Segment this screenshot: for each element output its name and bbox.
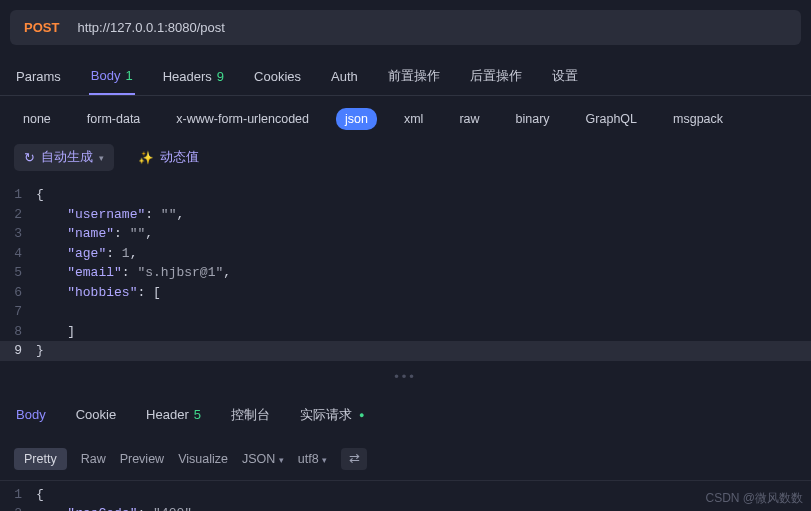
dynamic-value-button[interactable]: ✨ 动态值 (128, 144, 209, 171)
code-content: "age": 1, (36, 244, 137, 264)
code-content: "name": "", (36, 224, 153, 244)
encoding-selector[interactable]: utf8 ▾ (298, 452, 327, 466)
tab-params[interactable]: Params (14, 61, 63, 94)
resp-tab-header-label: Header (146, 407, 189, 422)
line-number: 5 (0, 263, 36, 283)
request-body-editor[interactable]: 1{2 "username": "",3 "name": "",4 "age":… (0, 181, 811, 365)
tab-cookies[interactable]: Cookies (252, 61, 303, 94)
code-line[interactable]: 1{ (0, 185, 811, 205)
tab-body[interactable]: Body 1 (89, 60, 135, 95)
format-code-button[interactable]: ⇄ (341, 448, 367, 470)
code-line[interactable]: 3 "name": "", (0, 224, 811, 244)
url-bar: POST http://127.0.0.1:8080/post (10, 10, 801, 45)
view-preview-button[interactable]: Preview (120, 452, 164, 466)
body-type-tabs: none form-data x-www-form-urlencoded jso… (0, 96, 811, 136)
body-type-msgpack[interactable]: msgpack (664, 108, 732, 130)
code-line[interactable]: 2 "username": "", (0, 205, 811, 225)
view-raw-button[interactable]: Raw (81, 452, 106, 466)
format-icon: ⇄ (349, 451, 360, 466)
resp-tab-header[interactable]: Header 5 (144, 399, 203, 432)
status-dot-icon: ● (359, 410, 364, 420)
request-tabs: Params Body 1 Headers 9 Cookies Auth 前置操… (0, 45, 811, 96)
editor-tools: ↻ 自动生成 ▾ ✨ 动态值 (0, 136, 811, 181)
line-number: 2 (0, 205, 36, 225)
view-pretty-button[interactable]: Pretty (14, 448, 67, 470)
resp-tab-cookie[interactable]: Cookie (74, 399, 118, 432)
code-content: ] (36, 322, 75, 342)
code-line[interactable]: 7 (0, 302, 811, 322)
resp-tab-console[interactable]: 控制台 (229, 398, 272, 434)
encoding-label: utf8 (298, 452, 319, 466)
sparkle-icon: ✨ (138, 150, 154, 165)
tab-headers-label: Headers (163, 69, 212, 84)
code-line[interactable]: 9} (0, 341, 811, 361)
dynamic-label: 动态值 (160, 149, 199, 166)
format-label: JSON (242, 452, 275, 466)
line-number: 1 (0, 185, 36, 205)
response-body-viewer[interactable]: 1{2 "resCode": "400",3 "msg": "[age:年龄必须… (0, 480, 811, 512)
body-type-json[interactable]: json (336, 108, 377, 130)
line-number: 6 (0, 283, 36, 303)
line-number: 2 (0, 504, 36, 511)
autogen-label: 自动生成 (41, 149, 93, 166)
chevron-down-icon: ▾ (279, 455, 284, 465)
line-number: 3 (0, 224, 36, 244)
watermark: CSDN @微风数数 (705, 490, 803, 507)
response-view-controls: Pretty Raw Preview Visualize JSON ▾ utf8… (0, 442, 811, 480)
code-content: { (36, 485, 44, 505)
code-line[interactable]: 2 "resCode": "400", (0, 504, 811, 511)
response-tabs: Body Cookie Header 5 控制台 实际请求 ● (0, 388, 811, 442)
line-number: 7 (0, 302, 36, 322)
body-type-binary[interactable]: binary (507, 108, 559, 130)
line-number: 4 (0, 244, 36, 264)
body-type-raw[interactable]: raw (450, 108, 488, 130)
code-content: "resCode": "400", (36, 504, 200, 511)
code-line[interactable]: 5 "email": "s.hjbsr@1", (0, 263, 811, 283)
code-content: "username": "", (36, 205, 184, 225)
view-visualize-button[interactable]: Visualize (178, 452, 228, 466)
tab-pre-request[interactable]: 前置操作 (386, 59, 442, 95)
body-type-urlencoded[interactable]: x-www-form-urlencoded (167, 108, 318, 130)
line-number: 9 (0, 341, 36, 361)
chevron-down-icon: ▾ (99, 153, 104, 163)
tab-auth[interactable]: Auth (329, 61, 360, 94)
format-selector[interactable]: JSON ▾ (242, 452, 284, 466)
body-type-form-data[interactable]: form-data (78, 108, 150, 130)
resp-tab-actual-request[interactable]: 实际请求 ● (298, 398, 366, 434)
body-count-badge: 1 (125, 68, 132, 83)
headers-count-badge: 9 (217, 69, 224, 84)
body-type-none[interactable]: none (14, 108, 60, 130)
resp-tab-actual-label: 实际请求 (300, 406, 352, 424)
code-line[interactable]: 6 "hobbies": [ (0, 283, 811, 303)
tab-settings[interactable]: 设置 (550, 59, 580, 95)
body-type-xml[interactable]: xml (395, 108, 432, 130)
code-content: "email": "s.hjbsr@1", (36, 263, 231, 283)
code-line[interactable]: 8 ] (0, 322, 811, 342)
resize-handle[interactable]: ••• (0, 365, 811, 388)
body-type-graphql[interactable]: GraphQL (577, 108, 646, 130)
line-number: 8 (0, 322, 36, 342)
resp-header-count-badge: 5 (194, 407, 201, 422)
code-line[interactable]: 4 "age": 1, (0, 244, 811, 264)
method-selector[interactable]: POST (24, 20, 59, 35)
code-content: } (36, 341, 811, 361)
code-line[interactable]: 1{ (0, 485, 811, 505)
tab-post-request[interactable]: 后置操作 (468, 59, 524, 95)
code-content: "hobbies": [ (36, 283, 161, 303)
tab-headers[interactable]: Headers 9 (161, 61, 226, 94)
resp-tab-body[interactable]: Body (14, 399, 48, 432)
line-number: 1 (0, 485, 36, 505)
tab-body-label: Body (91, 68, 121, 83)
refresh-icon: ↻ (24, 150, 35, 165)
chevron-down-icon: ▾ (322, 455, 327, 465)
code-content: { (36, 185, 44, 205)
autogen-button[interactable]: ↻ 自动生成 ▾ (14, 144, 114, 171)
url-input[interactable]: http://127.0.0.1:8080/post (77, 20, 224, 35)
